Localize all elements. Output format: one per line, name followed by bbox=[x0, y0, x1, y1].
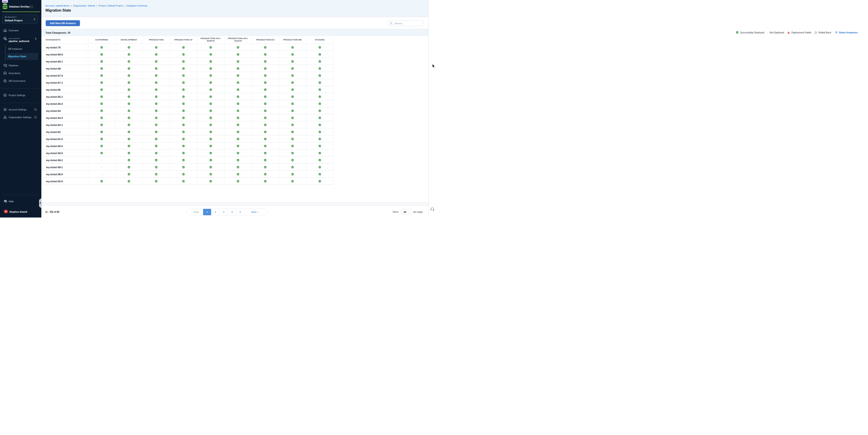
svg-text:?: ? bbox=[5, 200, 6, 201]
